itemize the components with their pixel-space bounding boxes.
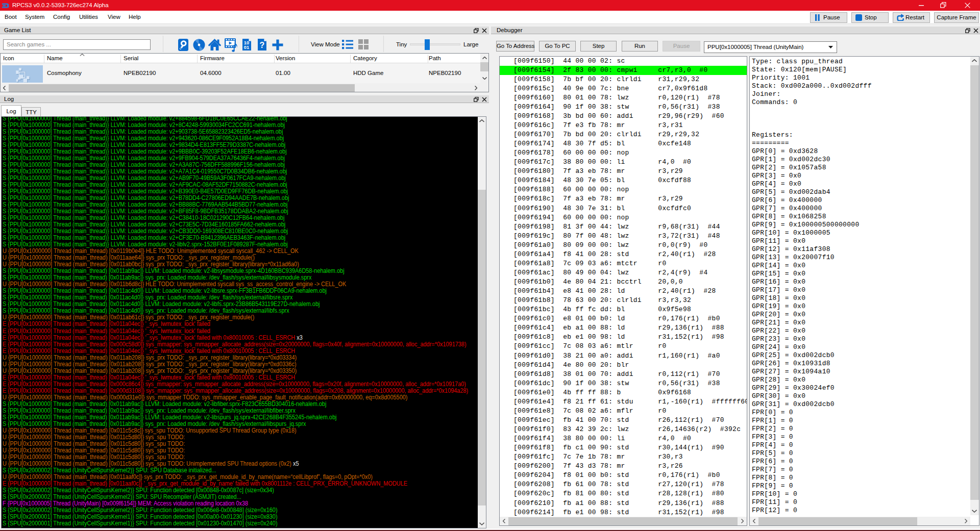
svg-text:01: 01 [244, 45, 249, 50]
svg-text:?: ? [260, 41, 265, 49]
svg-text:10: 10 [244, 40, 249, 45]
